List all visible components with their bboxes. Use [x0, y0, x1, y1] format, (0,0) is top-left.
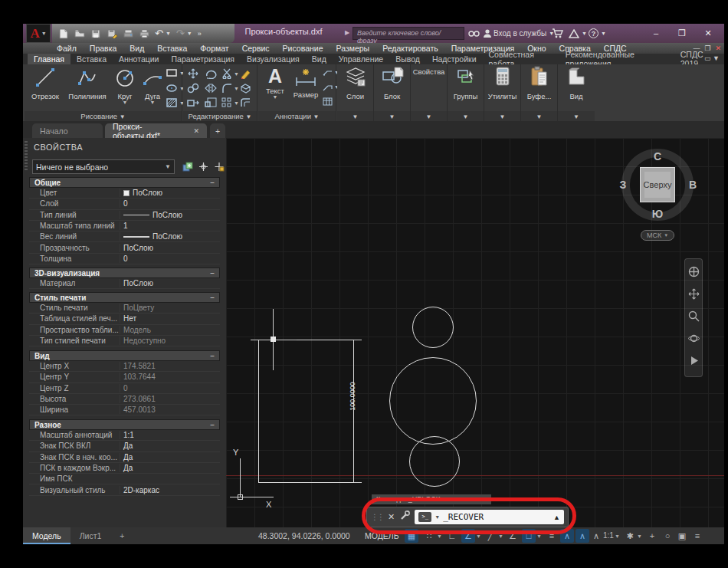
close-button[interactable]: ✕	[698, 26, 718, 40]
scale-dropdown-icon[interactable]: ▼	[615, 534, 620, 539]
circle-entity-small[interactable]	[412, 307, 454, 348]
section-header[interactable]: 3D-визуализация −	[29, 268, 220, 278]
offset-tool-button[interactable]	[240, 97, 251, 108]
ribbon-tab-addins[interactable]: Надстройки	[426, 54, 483, 64]
command-line-grip[interactable]: ⋮⋮	[371, 513, 383, 521]
polar-tracking-button[interactable]: ∠	[461, 529, 475, 543]
workspace-dropdown-icon[interactable]: ▼	[637, 534, 642, 539]
explode-tool-button[interactable]	[240, 83, 251, 94]
ribbon-tab-annotate[interactable]: Аннотации	[113, 54, 166, 64]
fillet-tool-button[interactable]: ▼	[221, 83, 239, 94]
object-selector-dropdown[interactable]: Ничего не выбрано ▼	[32, 159, 175, 174]
lineweight-toggle-button[interactable]: ≡	[545, 529, 559, 543]
menu-modify[interactable]: Редактировать	[382, 44, 438, 53]
prop-row-layer[interactable]: Слой 0	[29, 199, 220, 209]
prop-row-linetype[interactable]: Тип линий ПоСлою	[29, 210, 220, 221]
redo-button[interactable]: ↷	[176, 30, 185, 38]
prop-row-transparency[interactable]: Прозрачность ПоСлою	[29, 242, 220, 253]
ribbon-tab-output[interactable]: Вывод	[389, 54, 426, 64]
prop-row-annot-scale[interactable]: Масштаб аннотаций 1:1	[29, 430, 220, 441]
app-store-cart-icon[interactable]	[552, 27, 563, 40]
menu-edit[interactable]: Правка	[90, 44, 116, 53]
search-expand-icon[interactable]: ▶	[345, 29, 349, 36]
model-tab[interactable]: Модель	[23, 527, 71, 544]
ribbon-collapse-button[interactable]: ▭ ▼	[704, 54, 720, 62]
prop-row-plot-table[interactable]: Таблица стилей печ... Нет	[29, 314, 220, 324]
grid-toggle-button[interactable]: ▦	[405, 529, 418, 543]
viewcube-north[interactable]: С	[654, 150, 661, 163]
annotation-scale-value[interactable]: 1:1	[603, 529, 614, 543]
ribbon-panel-view[interactable]: Вид ▼	[558, 64, 595, 121]
viewcube-west[interactable]: З	[620, 179, 627, 191]
move-tool-button[interactable]	[187, 68, 199, 79]
viewcube-top-face[interactable]: Сверху	[640, 167, 675, 202]
osnap-dropdown-icon[interactable]: ▼	[536, 534, 542, 539]
prop-row-linetype-scale[interactable]: Масштаб типа линий 1	[29, 221, 220, 231]
search-icon[interactable]	[468, 27, 480, 40]
section-header[interactable]: Стиль печати −	[29, 292, 220, 303]
prop-row-thickness[interactable]: Толщина 0	[29, 254, 220, 264]
command-history-toggle-icon[interactable]: ▲	[553, 514, 560, 521]
command-prompt-icon[interactable]: >_	[418, 512, 431, 522]
panel-expand-utilities[interactable]: ▼	[484, 111, 520, 121]
menu-tools[interactable]: Сервис	[242, 44, 270, 53]
object-snap-button[interactable]: □	[522, 529, 536, 543]
minimize-button[interactable]: –	[646, 26, 666, 40]
viewcube-east[interactable]: В	[689, 179, 697, 191]
isometric-drafting-button[interactable]: ╱	[484, 529, 497, 543]
menu-dimension[interactable]: Размеры	[336, 44, 370, 53]
a360-share-icon[interactable]: ▼	[569, 27, 587, 40]
prop-row-plot-type[interactable]: Тип стилей печати Недоступно	[29, 336, 220, 346]
annotation-scale-icon[interactable]: ∧	[591, 529, 602, 543]
prop-row-plot-space[interactable]: Пространство табли... Модель	[29, 325, 220, 336]
menu-format[interactable]: Формат	[200, 44, 228, 53]
undo-dropdown-icon[interactable]: ▼	[166, 31, 171, 36]
panel-label-modify[interactable]: Редактирование ▼	[183, 111, 257, 121]
table-tool-button[interactable]	[323, 97, 333, 106]
user-icon[interactable]	[483, 27, 492, 40]
panel-expand-view[interactable]: ▼	[558, 111, 595, 121]
ellipse-tool-button[interactable]: ▼	[166, 84, 185, 93]
grip-point[interactable]	[271, 337, 276, 342]
ribbon-tab-collaborate[interactable]: Совместная работа	[483, 54, 559, 64]
collapse-icon[interactable]: −	[210, 179, 215, 187]
ribbon-panel-clipboard[interactable]: Буфе... ▼	[521, 64, 558, 121]
search-input[interactable]: Введите ключевое слово/фразу	[353, 27, 464, 40]
new-layout-button[interactable]: +	[110, 527, 133, 544]
ribbon-panel-utilities[interactable]: Утилиты ▼	[484, 64, 521, 121]
customization-menu-button[interactable]: ≡	[690, 529, 704, 543]
panel-label-annotation[interactable]: Аннотации ▼	[258, 111, 336, 121]
circle-entity-bottom[interactable]	[409, 436, 460, 487]
line-tool-button[interactable]: Отрезок	[28, 67, 63, 100]
app-menu-button[interactable]: A ▼	[26, 24, 51, 43]
collapse-icon[interactable]: −	[210, 421, 215, 429]
section-header[interactable]: Общие −	[29, 177, 220, 188]
orbit-icon[interactable]	[688, 333, 700, 347]
qat-more-button[interactable]: »	[198, 30, 202, 38]
collapse-icon[interactable]: −	[210, 294, 215, 302]
object-snap-tracking-button[interactable]: ∠	[506, 529, 520, 543]
command-text[interactable]: _RECOVER	[443, 512, 484, 522]
rectangle-tool-button[interactable]: ▼	[166, 68, 185, 77]
menu-draw[interactable]: Рисование	[283, 44, 323, 53]
prop-row-ucs-icon-origin[interactable]: Знак ПСК в нач. коо... Да	[29, 452, 220, 463]
snap-toggle-button[interactable]: ∷	[422, 529, 436, 543]
ribbon-tab-featured-apps[interactable]: Рекомендованные приложения	[559, 54, 674, 64]
prop-row-lineweight[interactable]: Вес линий ПоСлою	[29, 231, 220, 242]
ribbon-panel-properties[interactable]: Свойства ▼	[411, 64, 448, 121]
chevron-down-icon[interactable]: ▼	[111, 100, 139, 104]
save-button[interactable]	[90, 28, 101, 39]
snap-dropdown-icon[interactable]: ▼	[437, 534, 442, 539]
ribbon-tab-home[interactable]: Главная	[28, 54, 71, 64]
section-header[interactable]: Вид −	[29, 350, 220, 361]
prop-row-visual-style[interactable]: Визуальный стиль 2D-каркас	[29, 484, 220, 495]
circle-entity-large[interactable]	[389, 357, 477, 445]
ribbon-tab-manage[interactable]: Управление	[333, 54, 389, 64]
viewcube-south[interactable]: Ю	[652, 208, 663, 220]
rotate-tool-button[interactable]	[205, 68, 217, 79]
model-space-button[interactable]: МОДЕЛЬ	[365, 531, 399, 540]
prop-row-center-y[interactable]: Центр Y 103.7644	[29, 372, 220, 382]
ribbon-tab-view[interactable]: Вид	[306, 54, 333, 64]
customize-wrench-icon[interactable]	[399, 511, 410, 524]
prop-row-ucs-name[interactable]: Имя ПСК	[29, 474, 220, 484]
